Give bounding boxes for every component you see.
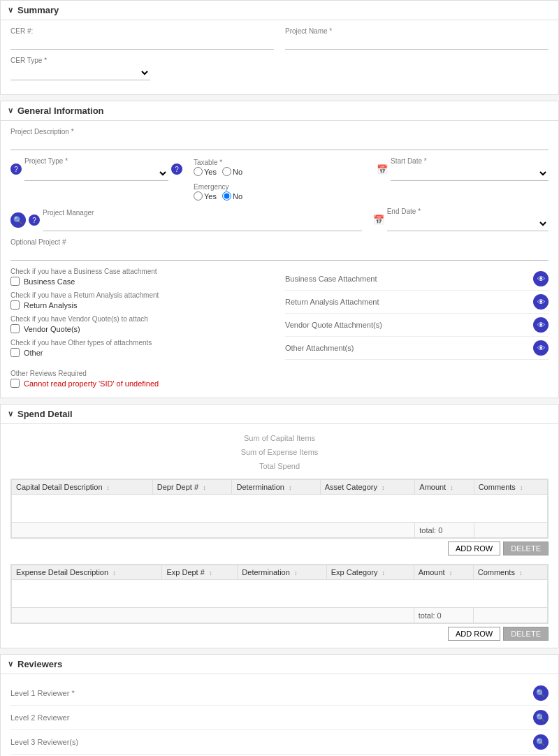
expense-thead: Expense Detail Description ↕ Exp Dept # … (12, 565, 548, 580)
expense-add-row-btn[interactable]: ADD ROW (448, 627, 500, 641)
expense-col-category: Exp Category ↕ (326, 565, 414, 580)
project-manager-search-btn[interactable]: 🔍 (10, 212, 26, 228)
return-analysis-checkbox-row: Return Analysis (10, 300, 274, 310)
capital-sort-det[interactable]: ↕ (289, 484, 292, 491)
start-date-select[interactable] (391, 166, 549, 181)
business-case-checkbox[interactable] (10, 277, 20, 286)
help-icon-1[interactable]: ? (10, 163, 22, 175)
sum-expense-label: Sum of Expense Items (10, 445, 549, 459)
capital-sort-amount[interactable]: ↕ (450, 484, 453, 491)
cer-type-select[interactable] (10, 66, 150, 80)
cer-input[interactable] (10, 36, 274, 50)
cer-type-label: CER Type * (10, 57, 150, 64)
reviewers-chevron: ∨ (8, 660, 13, 669)
summary-section: ∨ Summary CER #: Project Name * CER Type… (0, 0, 559, 95)
expense-sort-category[interactable]: ↕ (382, 569, 385, 576)
vendor-quote-label: Vendor Quote(s) (24, 325, 80, 333)
emergency-yes-label: Yes (194, 191, 217, 201)
expense-sort-dept[interactable]: ↕ (209, 569, 212, 576)
help-icon-2[interactable]: ? (171, 163, 182, 175)
project-description-input[interactable] (10, 137, 549, 150)
project-description-group: Project Description * (10, 128, 549, 150)
business-case-check-label: Check if you have a Business Case attach… (10, 268, 274, 275)
expense-delete-btn[interactable]: DELETE (503, 627, 549, 641)
vendor-quote-checkbox[interactable] (10, 324, 20, 333)
optional-project-input[interactable] (10, 247, 549, 261)
other-attachment-label: Other Attachment(s) (285, 344, 354, 352)
capital-col-comments: Comments ↕ (474, 480, 547, 495)
project-manager-row: 🔍 ? Project Manager 📅 End Date * (10, 208, 549, 231)
project-type-select-group: Project Type * (24, 157, 168, 181)
other-label: Other (24, 349, 43, 357)
general-body: Project Description * ? Project Type * ?… (1, 121, 558, 398)
expense-total-spacer (12, 608, 414, 623)
reviewers-title: Reviewers (17, 659, 62, 669)
capital-sort-asset[interactable]: ↕ (382, 484, 385, 491)
spend-body: Sum of Capital Items Sum of Expense Item… (1, 424, 558, 648)
expense-table-actions: ADD ROW DELETE (10, 627, 549, 641)
reviewer-search-btn-1[interactable]: 🔍 (533, 710, 549, 725)
reviewer-search-btn-0[interactable]: 🔍 (533, 685, 549, 701)
general-section: ∨ General Information Project Descriptio… (0, 101, 559, 398)
emergency-no-label: No (222, 191, 242, 201)
reviewer-row-2: Level 3 Reviewer(s)🔍 (10, 730, 549, 755)
vendor-quote-attachment-label: Vendor Quote Attachment(s) (285, 321, 382, 329)
summary-row-2: CER Type * (10, 57, 549, 80)
vendor-quote-check-label: Check if you have Vendor Quote(s) to att… (10, 315, 274, 323)
spend-header[interactable]: ∨ Spend Detail (1, 405, 558, 424)
emergency-no-radio[interactable] (222, 191, 231, 201)
taxable-no-radio[interactable] (222, 167, 231, 176)
other-attachment-btn[interactable]: 👁 (533, 340, 549, 356)
project-type-select[interactable] (24, 166, 168, 181)
other-reviews-checkbox[interactable] (10, 379, 20, 388)
end-date-label: End Date * (387, 208, 549, 215)
expense-col-amount: Amount ↕ (414, 565, 473, 580)
emergency-yes-radio[interactable] (194, 191, 203, 201)
summary-header[interactable]: ∨ Summary (1, 1, 558, 20)
optional-project-label: Optional Project # (10, 238, 549, 246)
project-name-input[interactable] (285, 36, 549, 50)
expense-sort-desc[interactable]: ↕ (112, 569, 116, 576)
expense-total-row: total: 0 (12, 608, 548, 623)
end-date-group: 📅 End Date * (373, 208, 549, 231)
business-case-check-group: Check if you have a Business Case attach… (10, 268, 274, 286)
vendor-quote-check-group: Check if you have Vendor Quote(s) to att… (10, 315, 274, 333)
vendor-quote-attachment-row: Vendor Quote Attachment(s) 👁 (285, 314, 549, 337)
capital-delete-btn[interactable]: DELETE (503, 541, 549, 555)
expense-empty-cell (12, 580, 548, 608)
business-case-checkbox-row: Business Case (10, 277, 274, 286)
capital-sort-desc[interactable]: ↕ (107, 484, 110, 491)
spend-section: ∨ Spend Detail Sum of Capital Items Sum … (0, 404, 559, 648)
capital-sort-dept[interactable]: ↕ (203, 484, 206, 491)
capital-total-cell: total: 0 (415, 523, 474, 538)
business-case-attachment-row: Business Case Attachment 👁 (285, 268, 549, 291)
end-cal-icon: 📅 (373, 215, 384, 225)
other-reviews-section: Other Reviews Required Cannot read prope… (10, 370, 549, 388)
reviewer-label-1: Level 2 Reviewer (10, 713, 69, 722)
business-case-label: Business Case (24, 277, 75, 286)
project-manager-input-group: Project Manager (43, 209, 362, 231)
reviewers-header[interactable]: ∨ Reviewers (1, 655, 558, 674)
reviewer-search-btn-2[interactable]: 🔍 (533, 734, 549, 750)
help-icon-3[interactable]: ? (29, 215, 40, 226)
end-date-input-group: End Date * (387, 208, 549, 231)
general-header[interactable]: ∨ General Information (1, 101, 558, 121)
end-date-select[interactable] (387, 217, 549, 231)
capital-sort-comments[interactable]: ↕ (520, 484, 523, 491)
taxable-yes-radio[interactable] (194, 167, 203, 176)
checkboxes-col: Check if you have a Business Case attach… (10, 268, 274, 363)
expense-sort-comments[interactable]: ↕ (519, 569, 523, 576)
other-checkbox[interactable] (10, 348, 20, 357)
expense-sort-amount[interactable]: ↕ (449, 569, 453, 576)
vendor-quote-attachment-btn[interactable]: 👁 (533, 317, 549, 333)
return-analysis-check-group: Check if you have a Return Analysis atta… (10, 291, 274, 310)
start-date-label: Start Date * (391, 157, 549, 165)
return-analysis-attachment-btn[interactable]: 👁 (533, 294, 549, 310)
start-date-input-group: Start Date * (391, 157, 549, 181)
business-case-attachment-btn[interactable]: 👁 (533, 271, 549, 286)
capital-add-row-btn[interactable]: ADD ROW (448, 541, 500, 555)
project-manager-input[interactable] (43, 218, 362, 231)
expense-sort-det[interactable]: ↕ (294, 569, 298, 576)
return-analysis-checkbox[interactable] (10, 300, 20, 310)
sum-capital-label: Sum of Capital Items (10, 431, 549, 445)
